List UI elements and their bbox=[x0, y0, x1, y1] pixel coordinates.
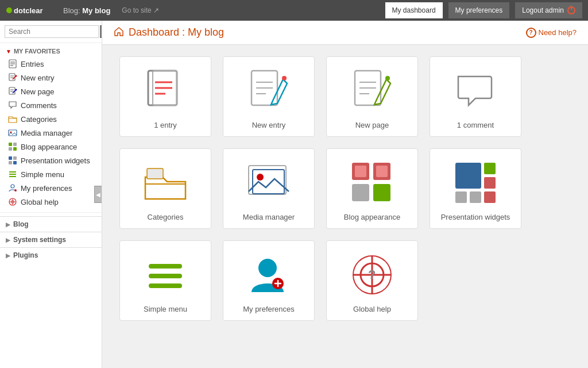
svg-point-30 bbox=[14, 189, 17, 191]
system-settings-label: System settings bbox=[13, 236, 66, 244]
sidebar-entries-label: Entries bbox=[21, 60, 44, 68]
blog-info: Blog: My blog bbox=[63, 6, 110, 15]
sidebar-item-new-page[interactable]: New page bbox=[0, 85, 102, 98]
svg-rect-62 bbox=[484, 177, 496, 189]
svg-rect-6 bbox=[9, 74, 15, 80]
sidebar-item-entries[interactable]: Entries bbox=[0, 57, 102, 71]
sidebar-my-preferences-label: My preferences bbox=[21, 184, 72, 193]
dash-card-media-manager[interactable]: Media manager bbox=[223, 148, 315, 229]
dash-card-comment[interactable]: 1 comment bbox=[430, 56, 521, 137]
dash-card-my-preferences[interactable]: My preferences bbox=[223, 240, 315, 321]
sidebar-media-label: Media manager bbox=[21, 129, 72, 137]
svg-rect-63 bbox=[455, 191, 467, 203]
new-page-card-icon bbox=[349, 66, 395, 116]
my-favorites-header[interactable]: ▼ My favorites bbox=[0, 43, 102, 57]
global-help-icon bbox=[8, 197, 17, 206]
new-page-card-label: New page bbox=[355, 121, 389, 129]
my-favorites-label: My favorites bbox=[14, 48, 60, 55]
dash-card-global-help[interactable]: ? Global help bbox=[326, 240, 418, 321]
dash-card-presentation-widgets[interactable]: Presentation widgets bbox=[430, 148, 521, 229]
sidebar-section-blog[interactable]: ▶ Blog bbox=[0, 216, 102, 232]
go-to-site-link[interactable]: Go to site ↗ bbox=[122, 6, 159, 14]
blog-appearance-card-icon bbox=[349, 158, 395, 208]
svg-rect-19 bbox=[13, 143, 17, 146]
dash-card-entries[interactable]: 1 entry bbox=[119, 56, 211, 137]
sidebar-blog-appearance-label: Blog appearance bbox=[21, 143, 77, 151]
sidebar-item-comments[interactable]: Comments bbox=[0, 98, 102, 112]
dashboard-content: 1 entry New entry bbox=[102, 45, 588, 344]
my-preferences-icon bbox=[8, 183, 17, 193]
svg-rect-23 bbox=[13, 156, 17, 160]
need-help-link[interactable]: ? Need help? bbox=[526, 28, 577, 38]
home-icon bbox=[114, 26, 124, 39]
dashboard-row-3: Simple menu My preferences bbox=[119, 240, 571, 321]
dash-card-simple-menu[interactable]: Simple menu bbox=[119, 240, 211, 321]
plugins-arrow-icon: ▶ bbox=[6, 252, 10, 259]
sidebar-collapse-button[interactable]: ◀ bbox=[94, 186, 102, 203]
sidebar-simple-menu-label: Simple menu bbox=[21, 170, 64, 179]
entries-icon bbox=[8, 59, 17, 68]
my-preferences-card-icon bbox=[246, 250, 292, 300]
sidebar-categories-label: Categories bbox=[21, 115, 57, 124]
svg-rect-20 bbox=[9, 147, 12, 151]
svg-point-49 bbox=[385, 76, 390, 80]
media-manager-card-icon bbox=[246, 158, 292, 208]
dash-card-blog-appearance[interactable]: Blog appearance bbox=[326, 148, 418, 229]
sidebar-item-blog-appearance[interactable]: Blog appearance bbox=[0, 140, 102, 154]
sidebar-item-categories[interactable]: Categories bbox=[0, 112, 102, 126]
comments-icon bbox=[8, 101, 17, 110]
svg-rect-22 bbox=[9, 156, 12, 160]
global-help-card-label: Global help bbox=[353, 305, 391, 313]
presentation-widgets-icon bbox=[8, 156, 17, 165]
svg-text:?: ? bbox=[368, 267, 376, 282]
simple-menu-card-icon bbox=[142, 250, 188, 300]
dash-card-new-page[interactable]: New page bbox=[326, 56, 418, 137]
favorites-arrow-icon: ▼ bbox=[6, 48, 11, 55]
sidebar-new-page-label: New page bbox=[21, 87, 55, 96]
main-content: Dashboard : My blog ? Need help? bbox=[102, 21, 588, 368]
sidebar-item-presentation-widgets[interactable]: Presentation widgets bbox=[0, 154, 102, 167]
blog-section-arrow-icon: ▶ bbox=[6, 221, 10, 228]
svg-rect-50 bbox=[147, 168, 163, 179]
svg-rect-60 bbox=[455, 163, 481, 189]
sidebar-global-help-label: Global help bbox=[21, 198, 59, 206]
plugins-label: Plugins bbox=[13, 251, 38, 259]
svg-point-44 bbox=[282, 76, 287, 80]
sidebar-presentation-widgets-label: Presentation widgets bbox=[21, 156, 90, 165]
svg-rect-24 bbox=[9, 161, 12, 164]
logout-button[interactable]: Logout admin bbox=[515, 2, 582, 18]
svg-point-15 bbox=[16, 89, 17, 91]
sidebar-item-my-preferences[interactable]: My preferences bbox=[0, 181, 102, 195]
sidebar-section-plugins[interactable]: ▶ Plugins bbox=[0, 247, 102, 263]
sidebar: OK ▼ My favorites Entries bbox=[0, 21, 102, 368]
new-entry-icon bbox=[8, 73, 17, 82]
my-dashboard-button[interactable]: My dashboard bbox=[385, 2, 443, 18]
sidebar-item-media-manager[interactable]: Media manager bbox=[0, 126, 102, 140]
sidebar-section-system-settings[interactable]: ▶ System settings bbox=[0, 232, 102, 247]
help-icon: ? bbox=[526, 28, 536, 38]
svg-text:dotclear: dotclear bbox=[14, 6, 43, 15]
search-input[interactable] bbox=[5, 25, 99, 38]
dash-card-categories[interactable]: Categories bbox=[119, 148, 211, 229]
search-ok-button[interactable]: OK bbox=[100, 25, 102, 38]
svg-rect-59 bbox=[376, 166, 388, 177]
logo: dotclear bbox=[6, 4, 57, 17]
sidebar-item-global-help[interactable]: Global help bbox=[0, 195, 102, 209]
my-preferences-button[interactable]: My preferences bbox=[448, 2, 510, 18]
blog-appearance-icon bbox=[8, 142, 17, 151]
sidebar-item-new-entry[interactable]: New entry bbox=[0, 71, 102, 85]
system-settings-arrow-icon: ▶ bbox=[6, 237, 10, 243]
svg-point-10 bbox=[16, 75, 17, 77]
sidebar-comments-label: Comments bbox=[21, 101, 57, 110]
svg-rect-21 bbox=[13, 147, 17, 151]
categories-card-icon bbox=[142, 158, 188, 208]
simple-menu-icon bbox=[8, 170, 17, 179]
presentation-widgets-card-icon bbox=[452, 158, 498, 208]
comment-card-label: 1 comment bbox=[457, 121, 494, 129]
svg-point-53 bbox=[257, 174, 264, 181]
media-manager-card-label: Media manager bbox=[243, 213, 295, 221]
svg-rect-58 bbox=[355, 166, 366, 177]
dash-card-new-entry[interactable]: New entry bbox=[223, 56, 315, 137]
sidebar-item-simple-menu[interactable]: Simple menu bbox=[0, 167, 102, 181]
global-help-card-icon: ? bbox=[349, 250, 395, 300]
